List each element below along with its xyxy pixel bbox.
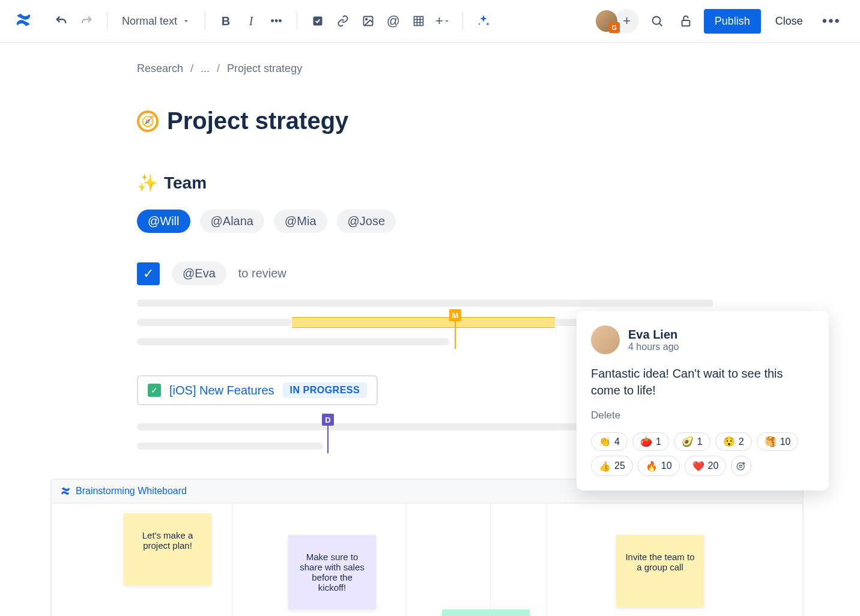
table-icon[interactable]: [408, 10, 429, 32]
team-heading: ✨ Team: [137, 173, 860, 193]
sparkles-icon: ✨: [137, 173, 158, 193]
reaction-pill[interactable]: 🍅1: [632, 432, 669, 451]
mention-alana[interactable]: @Alana: [200, 210, 264, 233]
close-button[interactable]: Close: [768, 10, 810, 32]
svg-point-6: [737, 463, 745, 470]
sticky-note[interactable]: Let's make a project plan!: [124, 513, 211, 585]
breadcrumb-current[interactable]: Project strategy: [227, 62, 302, 75]
action-item-icon[interactable]: [307, 10, 329, 32]
redo-icon[interactable]: [76, 10, 97, 32]
review-label: to review: [238, 267, 286, 280]
svg-rect-5: [682, 20, 689, 26]
toolbar-divider: [462, 13, 463, 29]
more-formatting-icon[interactable]: •••: [265, 10, 287, 32]
reaction-pill[interactable]: 😯2: [715, 432, 752, 451]
avatar-badge: G: [609, 22, 620, 33]
reaction-pill[interactable]: 🥞10: [757, 432, 799, 451]
sticky-note[interactable]: Make sure to share with sales before the…: [288, 535, 376, 609]
avatar[interactable]: G: [595, 9, 619, 33]
text-style-dropdown[interactable]: Normal text: [117, 15, 195, 28]
comment-timestamp: 4 hours ago: [628, 342, 679, 352]
page-emoji-icon[interactable]: 🧭: [137, 110, 159, 132]
collaborator-cursor-m: M: [449, 309, 461, 321]
breadcrumb-mid[interactable]: ...: [201, 62, 210, 75]
jira-status-badge: IN PROGRESS: [283, 382, 368, 398]
mention-icon[interactable]: @: [383, 10, 404, 32]
more-actions-icon[interactable]: •••: [817, 13, 846, 29]
breadcrumb-root[interactable]: Research: [137, 62, 183, 75]
reaction-pill[interactable]: ❤️20: [685, 456, 727, 476]
reaction-pill[interactable]: 👏4: [591, 432, 628, 451]
confluence-logo-icon: [60, 486, 71, 497]
undo-icon[interactable]: [50, 10, 72, 32]
page-title[interactable]: Project strategy: [167, 107, 348, 134]
reactions-bar: 👏4🍅1🥑1😯2🥞10👍25🔥10❤️20: [591, 432, 814, 476]
collaborator-cursor-d: D: [322, 414, 334, 426]
reaction-pill[interactable]: 🔥10: [638, 456, 680, 476]
comment-popup: Eva Lien 4 hours ago Fantastic idea! Can…: [577, 311, 829, 491]
jira-issue-icon: ✓: [148, 384, 161, 397]
image-icon[interactable]: [357, 10, 379, 32]
whiteboard-title: Brainstorming Whiteboard: [76, 486, 187, 497]
delete-comment-button[interactable]: Delete: [591, 409, 814, 421]
svg-point-2: [366, 19, 368, 20]
italic-icon[interactable]: I: [240, 10, 262, 32]
whiteboard-embed[interactable]: Brainstorming Whiteboard Let's make a pr…: [50, 479, 804, 616]
svg-point-8: [741, 465, 742, 467]
content-placeholder: [137, 442, 323, 450]
bold-icon[interactable]: B: [215, 10, 237, 32]
mentions-row: @Will @Alana @Mia @Jose: [137, 210, 860, 233]
svg-point-7: [739, 465, 740, 467]
sticky-note[interactable]: Invite the team to a group call: [616, 535, 704, 607]
toolbar-divider: [297, 13, 297, 29]
link-icon[interactable]: [332, 10, 354, 32]
reaction-pill[interactable]: 🥑1: [674, 432, 710, 451]
sticky-note[interactable]: [442, 609, 530, 616]
chevron-down-icon: [182, 17, 190, 25]
publish-button[interactable]: Publish: [704, 9, 761, 34]
ai-icon[interactable]: [473, 10, 494, 32]
toolbar-divider: [205, 13, 205, 29]
svg-rect-3: [414, 17, 423, 26]
confluence-logo-icon[interactable]: [14, 11, 32, 31]
toolbar-divider: [107, 13, 108, 29]
collaborator-avatars[interactable]: G +: [595, 9, 639, 33]
task-checkbox[interactable]: ✓: [137, 262, 160, 285]
comment-body: Fantastic idea! Can't wait to see this c…: [591, 365, 814, 399]
jira-issue-card[interactable]: ✓ [iOS] New Features IN PROGRESS: [137, 375, 378, 405]
reaction-pill[interactable]: 👍25: [591, 456, 633, 476]
comment-author[interactable]: Eva Lien: [628, 328, 679, 342]
breadcrumb: Research / ... / Project strategy: [137, 62, 860, 75]
add-reaction-button[interactable]: [731, 456, 751, 476]
mention-mia[interactable]: @Mia: [274, 210, 327, 233]
svg-point-4: [652, 17, 660, 25]
jira-issue-title: [iOS] New Features: [169, 384, 274, 397]
restrictions-icon[interactable]: [675, 10, 697, 32]
text-style-label: Normal text: [122, 15, 177, 28]
editor-toolbar: Normal text B I ••• @ + G + Publish Clos…: [0, 0, 860, 43]
insert-dropdown[interactable]: +: [433, 10, 453, 32]
mention-eva[interactable]: @Eva: [172, 262, 226, 285]
avatar[interactable]: [591, 325, 620, 354]
search-icon[interactable]: [646, 10, 668, 32]
mention-jose[interactable]: @Jose: [337, 210, 396, 233]
mention-will[interactable]: @Will: [137, 210, 190, 233]
